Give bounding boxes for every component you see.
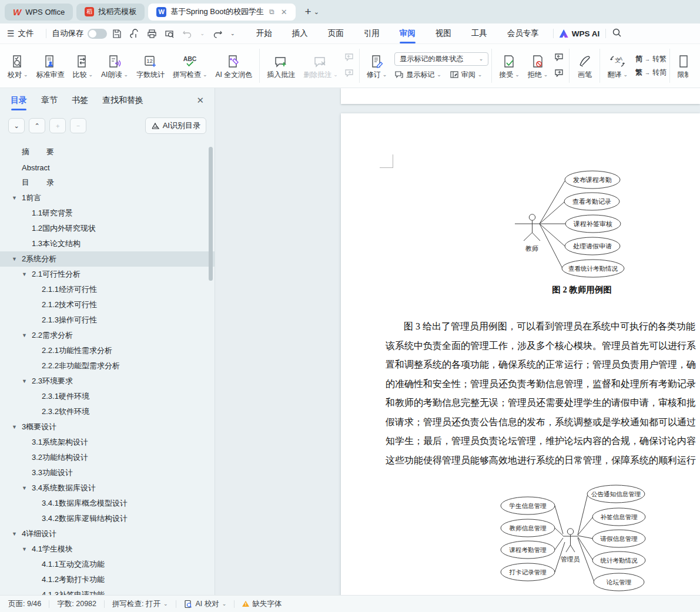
sidebar-tab-find-replace[interactable]: 查找和替换	[102, 95, 143, 110]
missing-font-warning[interactable]: 缺失字体	[242, 599, 282, 609]
output-pdf-icon[interactable]	[129, 29, 139, 39]
toc-item[interactable]: 2.1.1经济可行性	[0, 282, 215, 297]
autosave-toggle[interactable]	[88, 29, 107, 39]
review-pane-button[interactable]: 审阅⌄	[450, 70, 483, 80]
markup-state-dropdown[interactable]: 显示标记的最终状态 ⌄	[394, 52, 488, 66]
translate-button[interactable]: 文A 翻译⌄	[603, 47, 632, 85]
standard-review-button[interactable]: 标准审查	[32, 47, 69, 85]
sidebar-tab-contents[interactable]: 目录	[11, 95, 27, 110]
wps-ai-button[interactable]: WPS AI	[560, 29, 600, 38]
ink-brush-button[interactable]: 画笔	[572, 47, 597, 85]
restrict-editing-button[interactable]: 限制	[673, 47, 688, 85]
ai-polish-button[interactable]: AI 全文润色	[212, 47, 257, 85]
reject-revision-button[interactable]: 拒绝⌄	[524, 47, 552, 85]
toc-item[interactable]: ▼3.4系统数据库设计	[0, 480, 215, 496]
ai-proofread-status[interactable]: AI 校对 ⌄	[184, 599, 227, 609]
toc-item[interactable]: 4.1.3补签申请功能	[0, 587, 215, 595]
word-count-indicator[interactable]: 字数: 20982	[57, 599, 96, 609]
compare-button[interactable]: 比较⌄	[69, 47, 98, 85]
document-page[interactable]: 教师 发布课程考勤 查看考勤记录 课程补签审核 处理请假申请 查看统计考勤情况 …	[341, 113, 700, 595]
toc-collapse-arrow-icon[interactable]: ▼	[12, 195, 22, 201]
sidebar-scrollbar[interactable]	[209, 147, 213, 281]
toc-item[interactable]: 3.4.1数据库概念模型设计	[0, 496, 215, 511]
menu-tab-member[interactable]: 会员专享	[506, 24, 540, 43]
next-revision-icon[interactable]	[554, 68, 564, 79]
traditional-to-simplified-button[interactable]: 繁→ 转简	[635, 68, 666, 78]
proofread-button[interactable]: 校对⌄	[4, 47, 32, 85]
menu-tab-home[interactable]: 开始	[255, 24, 273, 43]
print-icon[interactable]	[147, 29, 157, 39]
toc-item[interactable]: ▼4详细设计	[0, 526, 215, 542]
tab-current-document[interactable]: W 基于Spring Boot的校园学生 ⧉ ✕	[148, 4, 295, 21]
toc-item[interactable]: Abstract	[0, 160, 215, 175]
insert-comment-button[interactable]: 插入批注	[263, 47, 299, 85]
accept-revision-button[interactable]: 接受⌄	[495, 47, 524, 85]
toc-item[interactable]: 3.1系统架构设计	[0, 435, 215, 450]
tab-close-icon[interactable]: ✕	[281, 8, 287, 16]
toc-item[interactable]: 3.3功能设计	[0, 465, 215, 480]
redo-caret-icon[interactable]: ⌄	[230, 31, 235, 36]
toc-item[interactable]: 2.1.3操作可行性	[0, 312, 215, 328]
toc-collapse-arrow-icon[interactable]: ▼	[12, 256, 22, 262]
tab-list-caret-icon[interactable]: ⌄	[314, 8, 319, 16]
toc-collapse-arrow-icon[interactable]: ▼	[22, 485, 32, 491]
menu-tab-insert[interactable]: 插入	[291, 24, 309, 43]
toc-item[interactable]: ▼1前言	[0, 190, 215, 206]
page-indicator[interactable]: 页面: 9/46	[8, 599, 41, 609]
print-preview-icon[interactable]	[165, 29, 175, 39]
menu-tab-tools[interactable]: 工具	[470, 24, 488, 43]
toc-item[interactable]: 1.3本论文结构	[0, 236, 215, 251]
toc-item[interactable]: 2.2.2非功能型需求分析	[0, 358, 215, 374]
toc-item[interactable]: ▼2.3环境要求	[0, 374, 215, 389]
toc-item[interactable]: 2.3.2软件环境	[0, 404, 215, 419]
toc-collapse-arrow-icon[interactable]: ▼	[12, 531, 22, 537]
tab-wps-office[interactable]: W WPS Office	[5, 4, 73, 21]
sidebar-close-icon[interactable]: ✕	[196, 95, 204, 110]
file-menu-button[interactable]: ☰ 文件	[7, 28, 34, 39]
expand-all-button[interactable]: ⌃	[29, 118, 45, 133]
menu-tab-page[interactable]: 页面	[327, 24, 345, 43]
tab-docer-templates[interactable]: 稻 找稻壳模板	[76, 4, 145, 21]
body-paragraph[interactable]: 图 3 给出了管理员用例图，可以看到管理员在系统中可执行的各类功能该系统中负责全…	[386, 317, 700, 470]
toc-item[interactable]: ▼2系统分析	[0, 251, 215, 267]
menu-tab-review[interactable]: 审阅	[398, 24, 417, 43]
toc-collapse-arrow-icon[interactable]: ▼	[22, 378, 32, 384]
search-icon[interactable]	[612, 28, 622, 39]
toc-item[interactable]: 1.1研究背景	[0, 206, 215, 221]
toc-item[interactable]: ▼2.2需求分析	[0, 328, 215, 343]
toc-item[interactable]: 摘 要	[0, 144, 215, 160]
save-icon[interactable]	[112, 29, 122, 39]
toc-collapse-arrow-icon[interactable]: ▼	[12, 424, 22, 430]
toc-item[interactable]: ▼3概要设计	[0, 419, 215, 435]
ai-read-aloud-button[interactable]: AI朗读⌄	[97, 47, 132, 85]
toc-item[interactable]: 3.4.2数据库逻辑结构设计	[0, 511, 215, 526]
spell-check-status[interactable]: 拼写检查: 打开 ⌄	[112, 599, 168, 609]
ai-recognize-toc-button[interactable]: AI识别目录	[145, 117, 206, 134]
toc-item[interactable]: ▼2.1可行性分析	[0, 267, 215, 282]
new-tab-button[interactable]: +	[305, 5, 312, 18]
previous-revision-icon[interactable]	[554, 52, 564, 63]
toc-collapse-arrow-icon[interactable]: ▼	[22, 271, 32, 277]
sidebar-tab-chapters[interactable]: 章节	[41, 95, 58, 110]
toc-item[interactable]: 2.1.2技术可行性	[0, 297, 215, 312]
sidebar-tab-bookmarks[interactable]: 书签	[72, 95, 88, 110]
toc-collapse-arrow-icon[interactable]: ▼	[22, 332, 32, 338]
toc-item[interactable]: 4.1.2考勤打卡功能	[0, 572, 215, 587]
toc-item[interactable]: 2.3.1硬件环境	[0, 389, 215, 404]
toc-item[interactable]: 3.2功能结构设计	[0, 450, 215, 465]
toc-item[interactable]: 目 录	[0, 175, 215, 190]
menu-tab-reference[interactable]: 引用	[363, 24, 381, 43]
simplified-to-traditional-button[interactable]: 简→ 转繁	[635, 54, 666, 64]
word-count-button[interactable]: 12 字数统计	[132, 47, 169, 85]
menu-tab-view[interactable]: 视图	[434, 24, 453, 43]
tab-preview-icon[interactable]: ⧉	[269, 8, 274, 16]
toc-collapse-arrow-icon[interactable]: ▼	[22, 546, 32, 552]
redo-icon[interactable]	[212, 29, 223, 38]
track-changes-button[interactable]: 修订⌄	[363, 47, 391, 85]
toc-item[interactable]: 2.2.1功能性需求分析	[0, 343, 215, 358]
spell-check-button[interactable]: ABC 拼写检查⌄	[169, 47, 212, 85]
collapse-all-button[interactable]: ⌄	[8, 118, 25, 133]
toc-item[interactable]: 1.2国内外研究现状	[0, 221, 215, 236]
show-markup-button[interactable]: 显示标记⌄	[394, 70, 441, 80]
toc-item[interactable]: ▼4.1学生模块	[0, 542, 215, 557]
